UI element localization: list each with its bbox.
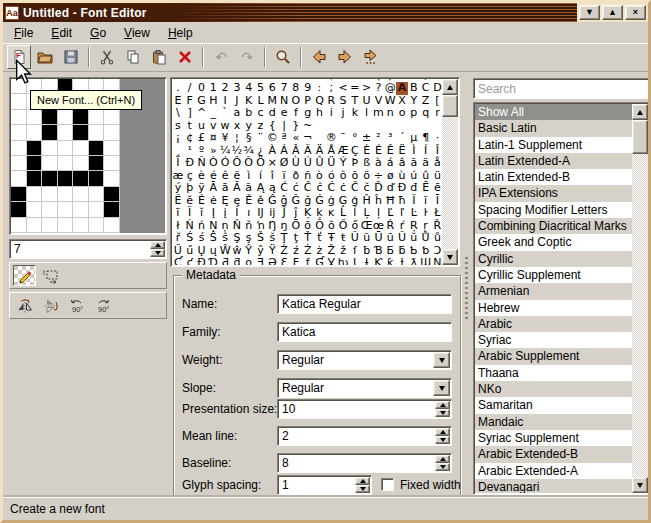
charmap-cell[interactable]: Ţ xyxy=(278,232,290,245)
block-item[interactable]: Arabic Extended-A xyxy=(475,463,632,479)
charmap-cell[interactable]: < xyxy=(337,82,349,95)
glyph-pixel[interactable] xyxy=(27,171,43,186)
mean-line-input[interactable] xyxy=(277,426,452,446)
charmap-cell[interactable]: § xyxy=(243,132,255,145)
charmap-cell[interactable]: Ɯ xyxy=(420,257,432,265)
back-button[interactable] xyxy=(307,45,331,69)
block-item[interactable]: Arabic Extended-B xyxy=(475,446,632,462)
glyph-pixel[interactable] xyxy=(58,125,74,140)
glyph-pixel[interactable] xyxy=(73,125,89,140)
charmap-cell[interactable]: ċ xyxy=(337,182,349,195)
charmap-cell[interactable]: Ŀ xyxy=(408,207,420,220)
scroll-thumb[interactable] xyxy=(632,120,648,154)
charmap-cell[interactable]: D xyxy=(432,82,442,95)
family-input[interactable] xyxy=(277,322,452,342)
spin-down-button[interactable] xyxy=(435,436,450,444)
charmap-cell[interactable]: 6 xyxy=(266,82,278,95)
glyph-width-input[interactable] xyxy=(9,239,167,259)
charmap-cell[interactable]: ı xyxy=(243,207,255,220)
charmap-cell[interactable]: d xyxy=(266,107,278,120)
block-item[interactable]: Cyrillic Supplement xyxy=(475,267,632,283)
charmap-cell[interactable]: Ŝ xyxy=(207,232,219,245)
charmap-cell[interactable]: ¶ xyxy=(420,132,432,145)
charmap-cell[interactable]: a xyxy=(231,107,243,120)
spin-down-button[interactable] xyxy=(355,485,370,493)
glyph-pixel[interactable] xyxy=(104,218,120,233)
charmap-cell[interactable]: ¥ xyxy=(219,132,231,145)
charmap-cell[interactable]: Ş xyxy=(231,232,243,245)
charmap-cell[interactable]: ƕ xyxy=(337,257,349,265)
charmap-cell[interactable]: Ļ xyxy=(361,207,373,220)
charmap-cell[interactable]: Ə xyxy=(266,257,278,265)
charmap-cell[interactable]: 4 xyxy=(243,82,255,95)
glyph-pixel[interactable] xyxy=(27,156,43,171)
charmap-cell[interactable]: ` xyxy=(219,107,231,120)
charmap-cell[interactable]: ƛ xyxy=(408,257,420,265)
charmap-cell[interactable]: i xyxy=(325,107,337,120)
charmap-cell[interactable]: ä xyxy=(420,157,432,170)
charmap-cell[interactable]: ª xyxy=(278,132,290,145)
panel-splitter[interactable] xyxy=(461,77,472,496)
search-input[interactable] xyxy=(473,78,650,99)
block-item[interactable]: Cyrillic xyxy=(475,251,632,267)
forward-button[interactable] xyxy=(333,45,357,69)
charmap-cell[interactable]: A xyxy=(396,82,408,95)
block-item[interactable]: Armenian xyxy=(475,283,632,299)
charmap-cell[interactable]: Ɩ xyxy=(349,257,361,265)
charmap-cell[interactable]: ř xyxy=(172,232,184,245)
block-item[interactable]: Thaana xyxy=(475,365,632,381)
glyph-pixel[interactable] xyxy=(42,202,58,217)
charmap-cell[interactable]: ă xyxy=(243,182,255,195)
charmap-cell[interactable]: m xyxy=(373,107,385,120)
charmap-cell[interactable]: ¦ xyxy=(231,132,243,145)
charmap-cell[interactable]: ^ xyxy=(196,107,208,120)
charmap-cell[interactable]: İ xyxy=(231,207,243,220)
charmap-cell[interactable]: ƙ xyxy=(384,257,396,265)
charmap-cell[interactable]: 1 xyxy=(207,82,219,95)
charmap-cell[interactable]: â xyxy=(396,157,408,170)
glyph-pixel[interactable] xyxy=(89,141,105,156)
charmap-cell[interactable]: 8 xyxy=(290,82,302,95)
copy-button[interactable] xyxy=(121,45,145,69)
charmap-cell[interactable]: Ɣ xyxy=(325,257,337,265)
charmap-cell[interactable]: j xyxy=(337,107,349,120)
charmap-cell[interactable]: Ò xyxy=(207,157,219,170)
charmap-cell[interactable]: ŝ xyxy=(219,232,231,245)
block-item[interactable]: Greek and Coptic xyxy=(475,234,632,250)
charmap-cell[interactable]: đ xyxy=(408,182,420,195)
flip-horizontal-button[interactable] xyxy=(13,295,36,316)
charmap-cell[interactable]: Ú xyxy=(302,157,314,170)
charmap-cell[interactable]: h xyxy=(314,107,326,120)
glyph-pixel[interactable] xyxy=(11,110,27,125)
glyph-pixel[interactable] xyxy=(11,218,27,233)
charmap-cell[interactable]: Ĭ xyxy=(184,207,196,220)
charmap-cell[interactable]: Ē xyxy=(420,182,432,195)
scroll-up-button[interactable] xyxy=(442,79,458,95)
charmap-cell[interactable]: Ĵ xyxy=(278,207,290,220)
glyph-pixel[interactable] xyxy=(89,156,105,171)
block-item[interactable]: Syriac xyxy=(475,332,632,348)
charmap-cell[interactable]: ũ xyxy=(361,232,373,245)
charmap-cell[interactable]: ÿ xyxy=(196,182,208,195)
charmap-cell[interactable]: ° xyxy=(349,132,361,145)
glyph-pixel[interactable] xyxy=(11,187,27,202)
charmap-cell[interactable]: ã xyxy=(408,157,420,170)
glyph-width-up-button[interactable] xyxy=(150,241,165,249)
charmap-cell[interactable]: ē xyxy=(432,182,442,195)
glyph-pixel[interactable] xyxy=(11,202,27,217)
block-item[interactable]: IPA Extensions xyxy=(475,185,632,201)
splitter-grip[interactable] xyxy=(465,257,468,319)
goto-glyph-button[interactable] xyxy=(359,45,383,69)
charmap-cell[interactable]: n xyxy=(384,107,396,120)
charmap-cell[interactable]: @ xyxy=(384,82,396,95)
charmap-cell[interactable]: Š xyxy=(255,232,267,245)
block-item[interactable]: Samaritan xyxy=(475,397,632,413)
glyph-pixel[interactable] xyxy=(89,125,105,140)
charmap-cell[interactable]: Ľ xyxy=(384,207,396,220)
block-item[interactable]: Latin Extended-B xyxy=(475,169,632,185)
charmap-cell[interactable]: ĉ xyxy=(314,182,326,195)
redo-button[interactable]: ↷ xyxy=(235,45,259,69)
glyph-pixel[interactable] xyxy=(73,156,89,171)
charmap-cell[interactable]: ² xyxy=(373,132,385,145)
glyph-pixel[interactable] xyxy=(104,187,120,202)
